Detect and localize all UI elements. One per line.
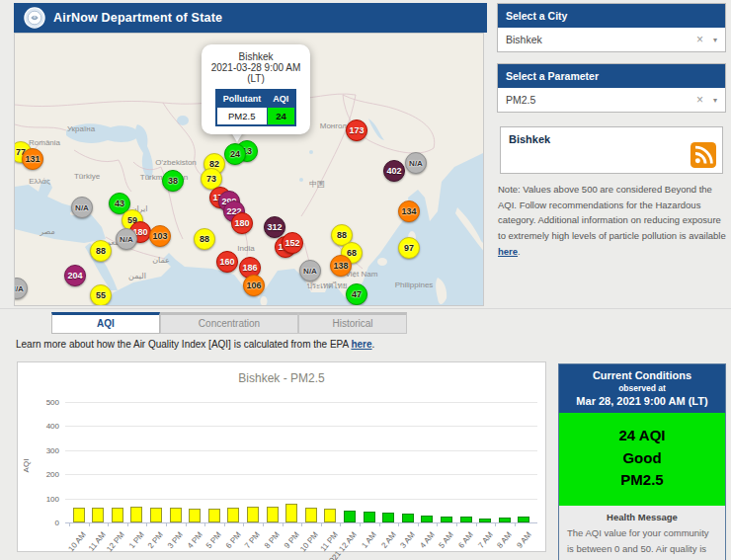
chart-bar[interactable] [189, 509, 201, 522]
aqi-marker[interactable]: 138 [330, 255, 352, 277]
chart-ytick-label: 0 [30, 519, 59, 527]
aqi-marker[interactable]: 38 [162, 170, 184, 192]
map-place-label: عمان [152, 256, 170, 265]
aqi-marker[interactable]: 24 [224, 143, 246, 165]
aqi-marker[interactable]: 97 [398, 237, 420, 259]
current-conditions-panel: Current Conditions observed at Mar 28, 2… [558, 363, 726, 560]
chart-bar[interactable] [208, 509, 220, 522]
chart-xtick-label: 10 AM [66, 530, 87, 553]
chart-ytick-label: 400 [30, 422, 59, 431]
city-widget: Select a City Bishkek × ▾ [497, 3, 726, 52]
learn-more-here-link[interactable]: here [351, 339, 371, 350]
chart-gridline [65, 450, 537, 451]
chart-bar[interactable] [382, 513, 394, 522]
chevron-down-icon[interactable]: ▾ [713, 36, 717, 44]
map-place-label: مصر [40, 227, 55, 236]
parameter-select[interactable]: PM2.5 × ▾ [498, 88, 725, 112]
aqi-map[interactable]: УкраїнаRomâniaΕλλάςTürkiyeO'zbekistonTür… [14, 33, 484, 306]
chart-bar[interactable] [364, 512, 375, 522]
parameter-select-value: PM2.5 [506, 94, 535, 106]
aqi-marker[interactable]: 312 [264, 216, 285, 238]
popup-aqi-value: 24 [267, 108, 295, 126]
chart-xtick-label: 11 AM [86, 530, 107, 553]
aqi-marker[interactable]: 131 [22, 148, 43, 170]
map-place-label: Ελλάς [29, 177, 50, 186]
chart-ytick-label: 100 [30, 495, 59, 504]
chart-bar[interactable] [402, 514, 414, 522]
chart-xtick-label: 4 PM [186, 530, 204, 550]
learn-more-before: Learn more about how the Air Quality Ind… [16, 339, 351, 350]
dos-seal-logo [24, 7, 45, 29]
chart-bar[interactable] [73, 508, 85, 522]
chart-xtick-label: 9 AM [515, 530, 533, 550]
chart-bar[interactable] [324, 509, 336, 522]
tab-historical[interactable]: Historical [298, 312, 407, 334]
note-here-link[interactable]: here [498, 246, 518, 257]
popup-datetime: 2021-03-28 9:00 AM [206, 62, 305, 73]
chart-bar[interactable] [227, 508, 239, 522]
aqi-marker[interactable]: 402 [383, 160, 405, 182]
aqi-marker[interactable]: N/A [116, 228, 137, 250]
city-select[interactable]: Bishkek × ▾ [498, 28, 725, 51]
aqi-marker[interactable]: 152 [282, 232, 303, 254]
chart-bar[interactable] [150, 508, 162, 522]
health-message-title: Health Message [559, 506, 725, 525]
aqi-marker[interactable]: 180 [231, 212, 253, 234]
rss-box: Bishkek [500, 126, 723, 174]
map-place-label: India [237, 244, 254, 253]
aqi-value-line: 24 AQI [559, 425, 725, 447]
aqi-marker[interactable]: N/A [405, 152, 427, 174]
current-conditions-header: Current Conditions observed at Mar 28, 2… [559, 364, 725, 413]
aqi-marker[interactable]: 88 [90, 240, 112, 262]
chart-bar[interactable] [285, 504, 297, 522]
map-place-label: Türkiye [74, 172, 100, 181]
aqi-marker[interactable]: 134 [398, 200, 420, 222]
city-widget-header: Select a City [498, 4, 725, 28]
aqi-marker[interactable]: 103 [149, 225, 171, 247]
chart-xtick-label: 2 PM [146, 530, 165, 550]
aqi-marker[interactable]: 88 [194, 228, 215, 250]
chart-xtick-label: 3 AM [398, 530, 417, 550]
map-place-label: اليمن [128, 272, 146, 280]
rss-icon[interactable] [690, 142, 716, 168]
close-icon[interactable]: × [696, 33, 703, 46]
chart-ytick-label: 300 [30, 446, 59, 455]
chart-bar[interactable] [305, 508, 317, 522]
aqi-marker[interactable]: N/A [71, 197, 93, 218]
aqi-marker[interactable]: 47 [346, 283, 367, 305]
chart-bar[interactable] [170, 508, 182, 522]
chevron-down-icon[interactable]: ▾ [713, 96, 717, 105]
chart-bar[interactable] [92, 508, 104, 522]
chart-bar[interactable] [130, 507, 142, 522]
aqi-pollutant: PM2.5 [559, 469, 725, 492]
rss-city-label: Bishkek [509, 133, 550, 145]
popup-col-aqi: AQI [267, 90, 295, 108]
chart-bar[interactable] [247, 507, 259, 522]
map-place-label: România [29, 138, 60, 147]
map-popup: Bishkek 2021-03-28 9:00 AM (LT) Pollutan… [202, 44, 310, 134]
tab-concentration[interactable]: Concentration [160, 312, 298, 334]
popup-col-pollutant: Pollutant [216, 90, 268, 108]
aqi-summary-box: 24 AQI Good PM2.5 [559, 413, 725, 506]
aqi-marker[interactable]: 204 [64, 265, 86, 286]
close-icon[interactable]: × [696, 93, 703, 107]
chart-bar[interactable] [112, 508, 123, 522]
city-select-value: Bishkek [506, 34, 542, 45]
section-divider [0, 308, 731, 309]
note-text-before: Note: Values above 500 are considered Be… [498, 184, 726, 241]
note-text: Note: Values above 500 are considered Be… [498, 182, 727, 259]
aqi-marker[interactable]: 173 [346, 120, 367, 141]
aqi-marker[interactable]: N/A [299, 260, 321, 281]
chart-bar[interactable] [421, 516, 433, 522]
chart-bar[interactable] [267, 507, 279, 522]
tab-aqi[interactable]: AQI [51, 312, 160, 334]
aqi-marker[interactable]: 55 [90, 284, 112, 306]
chart-ytick-label: 200 [30, 470, 59, 479]
aqi-marker[interactable]: 106 [243, 275, 265, 296]
aqi-marker[interactable]: 160 [216, 251, 238, 273]
chart-bar[interactable] [344, 511, 356, 522]
chart-gridline [65, 426, 537, 427]
chart-xtick-label: 4 AM [418, 530, 437, 550]
chart-xtick-label: 5 PM [204, 530, 223, 550]
observed-datetime: Mar 28, 2021 9:00 AM (LT) [563, 395, 721, 407]
